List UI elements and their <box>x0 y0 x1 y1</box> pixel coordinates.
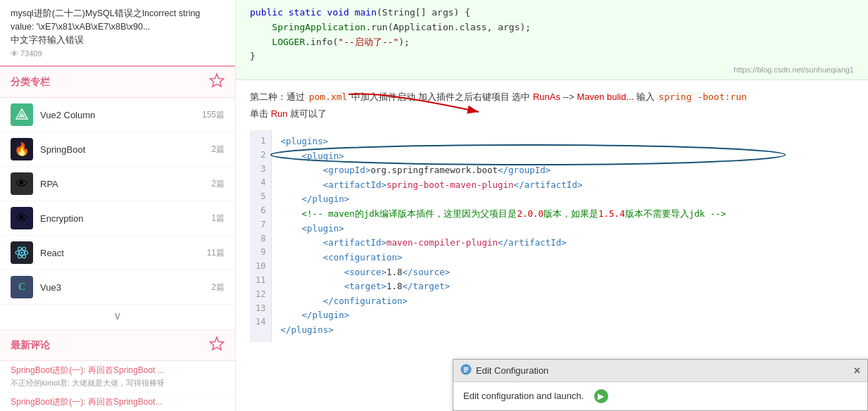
category-count-vue3: 2篇 <box>211 282 225 293</box>
svg-rect-10 <box>464 369 468 371</box>
comment-article-link-2[interactable]: SpringBoot进阶(一): 再回首SpringBoot... <box>11 397 162 407</box>
rpa-icon: 👁 <box>11 172 33 195</box>
article-meta: 👁 73409 <box>11 49 225 58</box>
category-name-vue2: Vue2 Column <box>40 110 202 120</box>
comment-item-1[interactable]: SpringBoot进阶(一): 再回首SpringBoot ... 不正经的k… <box>0 361 235 393</box>
dialog-title-left: Edit Configuration <box>460 364 548 377</box>
dialog-overlay: Edit Configuration × Edit configuration … <box>453 359 868 411</box>
springboot-icon: 🔥 <box>11 138 33 160</box>
category-name-react: React <box>40 248 207 258</box>
dialog-title-text: Edit Configuration <box>476 365 548 376</box>
category-star-icon <box>209 72 225 91</box>
recent-article-link[interactable]: mysql进阶(二十二)MySQL错误之Incorrect string val… <box>11 8 200 45</box>
runas-text: RunAs <box>533 91 560 102</box>
category-list: Vue2 Column 155篇 🔥 SpringBoot 2篇 👁 RPA 2… <box>0 98 235 305</box>
article-views: 73409 <box>20 49 42 58</box>
recent-article[interactable]: mysql进阶(二十二)MySQL错误之Incorrect string val… <box>0 0 235 65</box>
sidebar: mysql进阶(二十二)MySQL错误之Incorrect string val… <box>0 0 236 411</box>
code-content: <plugins> <plugin> <groupId>org.springfr… <box>272 130 854 342</box>
category-item-react[interactable]: React 11篇 <box>0 236 235 270</box>
dialog-config-icon <box>460 364 472 377</box>
category-count-rpa: 2篇 <box>211 178 225 190</box>
comment-article-link-1[interactable]: SpringBoot进阶(一): 再回首SpringBoot ... <box>11 365 165 375</box>
category-count-react: 11篇 <box>207 247 225 259</box>
dialog-title-bar: Edit Configuration × <box>453 360 867 382</box>
category-name-springboot: SpringBoot <box>40 144 211 155</box>
code-top-pre: public static void main(String[] args) {… <box>250 6 854 64</box>
comment-item-2[interactable]: SpringBoot进阶(一): 再回首SpringBoot... <box>0 393 235 411</box>
category-count-encryption: 1篇 <box>211 213 225 225</box>
collapse-categories-button[interactable]: ∨ <box>0 305 235 327</box>
vue3-icon: C <box>11 276 33 298</box>
comments-section-header: 最新评论 <box>0 329 235 361</box>
svg-rect-9 <box>464 367 468 369</box>
category-name-rpa: RPA <box>40 179 211 189</box>
encryption-icon: 👁 <box>11 207 33 229</box>
run-icon[interactable]: ▶ <box>594 389 608 403</box>
maven-build-text: Maven bulid... <box>577 91 634 102</box>
main-content: public static void main(String[] args) {… <box>236 0 868 411</box>
code-block-wrapper: 1234567891011121314 <plugins> <plugin> <… <box>250 130 854 342</box>
svg-point-5 <box>21 252 23 254</box>
category-item-springboot[interactable]: 🔥 SpringBoot 2篇 <box>0 132 235 167</box>
dialog-body: Edit configuration and launch. ▶ <box>453 382 867 410</box>
react-icon <box>11 241 33 264</box>
comment-author-1: 不正经的kimol君: 大佬就是大佬，写得很棒呀 <box>11 378 225 388</box>
category-item-vue2[interactable]: Vue2 Column 155篇 <box>0 98 235 132</box>
category-count-springboot: 2篇 <box>211 144 225 156</box>
category-name-vue3: Vue3 <box>40 282 211 293</box>
dialog-body-text: Edit configuration and launch. <box>463 391 584 401</box>
code-block-inner: 1234567891011121314 <plugins> <plugin> <… <box>250 130 854 342</box>
comments-section-title: 最新评论 <box>11 339 50 352</box>
chevron-down-icon: ∨ <box>113 310 122 322</box>
category-item-encryption[interactable]: 👁 Encryption 1篇 <box>0 201 235 236</box>
article-paragraph: 第二种：通过 pom.xml 中加入插件启动 加入插件之后右键项目 选中 Run… <box>236 80 868 130</box>
category-item-vue3[interactable]: C Vue3 2篇 <box>0 270 235 305</box>
eye-icon: 👁 <box>11 49 18 58</box>
dialog-close-button[interactable]: × <box>854 365 860 377</box>
run-text: Run <box>271 108 288 119</box>
line-numbers: 1234567891011121314 <box>250 130 272 342</box>
category-count-vue2: 155篇 <box>202 109 225 121</box>
category-name-encryption: Encryption <box>40 213 211 224</box>
code-top-block: public static void main(String[] args) {… <box>236 0 868 80</box>
category-section-title: 分类专栏 <box>11 76 50 89</box>
comments-star-icon <box>209 336 225 355</box>
watermark: https://blog.csdn.net/sunhueqiang1 <box>250 65 854 74</box>
vue2-icon <box>11 103 33 126</box>
edit-config-dialog: Edit Configuration × Edit configuration … <box>453 359 868 411</box>
category-section-header: 分类专栏 <box>0 65 235 98</box>
pom-xml-ref: pom.xml <box>308 91 349 102</box>
svg-rect-11 <box>464 371 467 372</box>
category-item-rpa[interactable]: 👁 RPA 2篇 <box>0 167 235 201</box>
spring-boot-run-text: spring -boot:run <box>658 91 748 102</box>
